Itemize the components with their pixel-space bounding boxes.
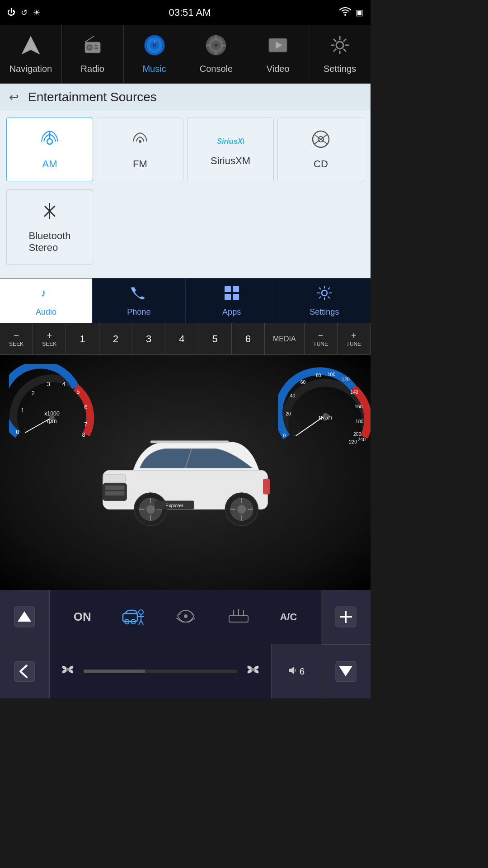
fan-area bbox=[50, 644, 271, 698]
svg-rect-68 bbox=[105, 486, 124, 490]
climate-plus-button[interactable] bbox=[321, 590, 371, 644]
nav-item-music[interactable]: ♪ Music bbox=[124, 25, 186, 83]
tab-label-audio: Audio bbox=[36, 307, 56, 317]
car-image: Explorer bbox=[72, 405, 298, 540]
tune-minus-label: TUNE bbox=[313, 341, 328, 347]
climate-back-button[interactable] bbox=[0, 644, 50, 698]
tab-audio[interactable]: ♪ Audio bbox=[0, 278, 93, 323]
svg-text:4: 4 bbox=[62, 381, 66, 387]
svg-text:80: 80 bbox=[316, 373, 321, 378]
climate-bar: ON bbox=[0, 590, 371, 698]
svg-text:200: 200 bbox=[353, 431, 361, 437]
svg-point-117 bbox=[184, 614, 188, 618]
navigation-icon bbox=[19, 34, 42, 61]
nav-item-console[interactable]: Console bbox=[185, 25, 247, 83]
svg-point-43 bbox=[322, 290, 327, 296]
svg-rect-39 bbox=[225, 286, 231, 292]
svg-point-64 bbox=[49, 415, 54, 420]
preset-4-button[interactable]: 4 bbox=[165, 323, 198, 354]
entertainment-panel: ↩ Entertainment Sources AM bbox=[0, 84, 371, 278]
source-item-bluetooth[interactable]: BluetoothStereo bbox=[6, 189, 93, 265]
source-item-am[interactable]: AM bbox=[6, 118, 93, 181]
svg-text:180: 180 bbox=[356, 419, 364, 424]
preset-6-button[interactable]: 6 bbox=[232, 323, 265, 354]
tune-minus-button[interactable]: − TUNE bbox=[305, 323, 338, 354]
media-button[interactable]: MEDIA bbox=[265, 323, 305, 354]
svg-point-77 bbox=[237, 505, 246, 514]
source-item-siriusxm[interactable]: SiriusXM SiriusXM bbox=[187, 118, 274, 181]
tune-plus-button[interactable]: + TUNE bbox=[338, 323, 371, 354]
fan-left-icon bbox=[59, 660, 77, 683]
tab-settings[interactable]: Settings bbox=[278, 278, 371, 323]
svg-rect-6 bbox=[94, 47, 98, 49]
climate-on-label: ON bbox=[74, 610, 91, 624]
nav-item-settings[interactable]: Settings bbox=[309, 25, 371, 83]
svg-text:↘: ↘ bbox=[190, 611, 193, 616]
svg-line-2 bbox=[85, 36, 94, 42]
svg-line-103 bbox=[296, 415, 325, 436]
climate-on-control[interactable]: ON bbox=[74, 610, 91, 624]
svg-rect-69 bbox=[105, 491, 124, 495]
nav-item-radio[interactable]: Radio bbox=[62, 25, 124, 83]
svg-text:2: 2 bbox=[31, 390, 34, 396]
source-item-cd[interactable]: CD bbox=[277, 118, 364, 181]
tab-apps[interactable]: Apps bbox=[186, 278, 278, 323]
source-grid: AM FM SiriusXM SiriusXM bbox=[0, 111, 371, 188]
preset-2-button[interactable]: 2 bbox=[99, 323, 132, 354]
tab-label-settings: Settings bbox=[310, 307, 339, 317]
preset-5-button[interactable]: 5 bbox=[198, 323, 231, 354]
back-button[interactable]: ↩ bbox=[9, 90, 19, 104]
climate-bottom-row: 6 bbox=[0, 644, 371, 698]
svg-text:140: 140 bbox=[350, 389, 358, 395]
svg-text:20: 20 bbox=[286, 411, 291, 416]
climate-sync-control[interactable] bbox=[121, 607, 144, 627]
tune-plus-symbol: + bbox=[351, 330, 357, 341]
climate-top-row: ON bbox=[0, 590, 371, 644]
nav-label-settings: Settings bbox=[324, 64, 356, 74]
svg-text:160: 160 bbox=[355, 404, 363, 409]
climate-controls: ON bbox=[50, 590, 321, 644]
svg-line-27 bbox=[333, 39, 336, 42]
radio-icon bbox=[81, 34, 104, 61]
tab-phone[interactable]: Phone bbox=[93, 278, 185, 323]
climate-ac-control[interactable]: A/C bbox=[280, 611, 297, 623]
svg-text:100: 100 bbox=[328, 372, 336, 377]
svg-rect-42 bbox=[233, 294, 239, 300]
brightness-icon[interactable]: ☀ bbox=[33, 8, 40, 18]
nav-label-radio: Radio bbox=[81, 64, 104, 74]
fan-slider[interactable] bbox=[84, 670, 237, 673]
climate-defrost-front-control[interactable] bbox=[227, 607, 250, 627]
svg-rect-88 bbox=[150, 441, 229, 443]
settings-tab-icon bbox=[316, 285, 333, 305]
volume-number: 6 bbox=[300, 666, 305, 677]
svg-marker-0 bbox=[22, 36, 40, 54]
svg-line-30 bbox=[333, 49, 336, 52]
climate-defrost-rear-icon: ↙ ↘ bbox=[174, 607, 197, 627]
power-icon[interactable]: ⏻ bbox=[7, 8, 15, 17]
audio-tab-icon: ♪ bbox=[38, 285, 54, 305]
volume-down-button[interactable] bbox=[321, 644, 371, 698]
nav-item-video[interactable]: Video bbox=[247, 25, 309, 83]
svg-point-32 bbox=[139, 140, 141, 143]
svg-rect-127 bbox=[14, 661, 35, 682]
svg-text:♪: ♪ bbox=[153, 39, 155, 43]
nav-label-music: Music bbox=[142, 64, 166, 74]
seek-plus-button[interactable]: + SEEK bbox=[33, 323, 66, 354]
source-item-fm[interactable]: FM bbox=[97, 118, 183, 181]
climate-defrost-rear-control[interactable]: ↙ ↘ bbox=[174, 607, 197, 627]
svg-point-129 bbox=[251, 668, 255, 671]
climate-up-button[interactable] bbox=[0, 590, 50, 644]
svg-point-10 bbox=[153, 43, 156, 47]
nav-item-navigation[interactable]: Navigation bbox=[0, 25, 62, 83]
sync-icon[interactable]: ↺ bbox=[21, 8, 28, 18]
svg-line-29 bbox=[343, 39, 346, 42]
preset-3-button[interactable]: 3 bbox=[132, 323, 165, 354]
svg-line-48 bbox=[319, 288, 321, 289]
ent-title: Entertainment Sources bbox=[28, 90, 157, 104]
svg-point-74 bbox=[146, 505, 155, 514]
svg-line-63 bbox=[25, 418, 52, 433]
preset-1-button[interactable]: 1 bbox=[66, 323, 99, 354]
tab-bar: ♪ Audio Phone Apps bbox=[0, 278, 371, 323]
source-grid-row2: BluetoothStereo bbox=[0, 188, 371, 271]
seek-minus-button[interactable]: − SEEK bbox=[0, 323, 33, 354]
